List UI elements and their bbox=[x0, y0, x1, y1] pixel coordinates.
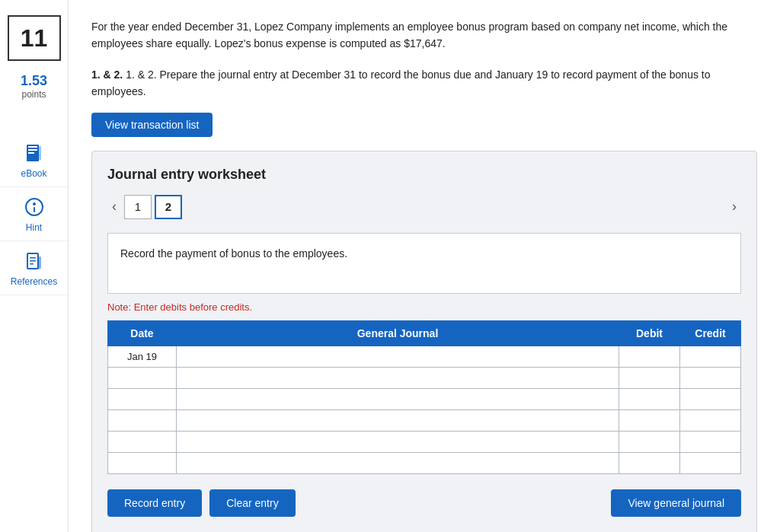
svg-rect-7 bbox=[34, 207, 35, 212]
svg-rect-9 bbox=[30, 257, 36, 259]
col-header-general: General Journal bbox=[177, 320, 619, 346]
date-cell-6 bbox=[108, 452, 177, 473]
debit-cell-3[interactable] bbox=[619, 388, 680, 409]
tab-1[interactable]: 1 bbox=[124, 195, 152, 219]
table-row bbox=[108, 452, 741, 473]
btn-group-left: Record entry Clear entry bbox=[107, 489, 296, 517]
debit-cell-1[interactable] bbox=[619, 346, 680, 367]
credit-input-1[interactable] bbox=[680, 346, 740, 367]
table-row bbox=[108, 388, 741, 409]
description-text: Record the payment of bonus to the emplo… bbox=[120, 247, 347, 260]
worksheet-title: Journal entry worksheet bbox=[107, 167, 741, 183]
sidebar: 11 1.53 points eBook bbox=[0, 0, 69, 532]
table-row: Jan 19 bbox=[108, 346, 741, 367]
col-header-credit: Credit bbox=[680, 320, 741, 346]
general-journal-input-3[interactable] bbox=[177, 389, 619, 409]
general-journal-input-4[interactable] bbox=[177, 410, 619, 431]
references-icon bbox=[22, 249, 46, 273]
svg-rect-10 bbox=[30, 260, 36, 262]
svg-rect-12 bbox=[38, 256, 41, 269]
table-row bbox=[108, 367, 741, 388]
ebook-icon bbox=[22, 141, 46, 165]
debit-input-5[interactable] bbox=[619, 432, 679, 452]
general-journal-input-6[interactable] bbox=[177, 453, 619, 473]
svg-rect-2 bbox=[28, 149, 37, 151]
tab-navigation: ‹ 1 2 › bbox=[107, 195, 741, 219]
instruction-text: 1. & 2. 1. & 2. Prepare the journal entr… bbox=[91, 66, 757, 100]
problem-text: For the year ended December 31, Lopez Co… bbox=[91, 18, 757, 53]
credit-cell-3[interactable] bbox=[680, 388, 741, 409]
clear-entry-button[interactable]: Clear entry bbox=[209, 489, 295, 517]
description-box: Record the payment of bonus to the emplo… bbox=[107, 233, 741, 294]
general-journal-cell-4[interactable] bbox=[177, 409, 619, 431]
date-cell-2 bbox=[108, 367, 177, 388]
credit-cell-6[interactable] bbox=[680, 452, 741, 473]
date-cell-1: Jan 19 bbox=[108, 346, 177, 367]
svg-rect-1 bbox=[28, 146, 37, 148]
debit-input-6[interactable] bbox=[619, 453, 679, 473]
sidebar-item-references[interactable]: References bbox=[0, 241, 68, 295]
debit-input-1[interactable] bbox=[619, 346, 679, 367]
credit-cell-5[interactable] bbox=[680, 431, 741, 452]
credit-cell-2[interactable] bbox=[680, 367, 741, 388]
tab-2[interactable]: 2 bbox=[155, 195, 182, 219]
tab-next-button[interactable]: › bbox=[727, 197, 741, 216]
svg-rect-4 bbox=[39, 146, 41, 160]
ebook-label: eBook bbox=[21, 168, 46, 179]
col-header-date: Date bbox=[108, 320, 177, 346]
general-journal-cell-1[interactable] bbox=[177, 346, 619, 367]
general-journal-input-2[interactable] bbox=[177, 368, 619, 388]
main-content: For the year ended December 31, Lopez Co… bbox=[69, 0, 780, 532]
svg-rect-3 bbox=[28, 152, 34, 154]
buttons-row: Record entry Clear entry View general jo… bbox=[107, 489, 741, 517]
credit-input-3[interactable] bbox=[680, 389, 740, 409]
general-journal-input-1[interactable] bbox=[177, 346, 619, 367]
svg-rect-11 bbox=[30, 263, 34, 265]
question-number: 11 bbox=[8, 15, 61, 61]
debit-cell-5[interactable] bbox=[619, 431, 680, 452]
debit-input-4[interactable] bbox=[619, 410, 679, 431]
credit-input-4[interactable] bbox=[680, 410, 740, 431]
date-cell-3 bbox=[108, 388, 177, 409]
hint-label: Hint bbox=[26, 222, 42, 233]
col-header-debit: Debit bbox=[619, 320, 680, 346]
debit-cell-4[interactable] bbox=[619, 409, 680, 431]
hint-icon bbox=[22, 195, 46, 219]
points-label: points bbox=[21, 89, 47, 100]
date-cell-4 bbox=[108, 409, 177, 431]
credit-input-5[interactable] bbox=[680, 432, 740, 452]
general-journal-cell-6[interactable] bbox=[177, 452, 619, 473]
general-journal-cell-2[interactable] bbox=[177, 367, 619, 388]
debit-cell-6[interactable] bbox=[619, 452, 680, 473]
debit-cell-2[interactable] bbox=[619, 367, 680, 388]
view-general-journal-button[interactable]: View general journal bbox=[611, 489, 741, 517]
points-value: 1.53 bbox=[21, 73, 47, 89]
worksheet-box: Journal entry worksheet ‹ 1 2 › Record t… bbox=[91, 151, 757, 532]
svg-point-6 bbox=[33, 202, 36, 205]
view-transaction-button[interactable]: View transaction list bbox=[91, 113, 213, 137]
table-row bbox=[108, 431, 741, 452]
credit-input-6[interactable] bbox=[680, 453, 740, 473]
journal-table: Date General Journal Debit Credit Jan 19 bbox=[107, 320, 741, 474]
table-row bbox=[108, 409, 741, 431]
note-text: Note: Enter debits before credits. bbox=[107, 301, 741, 313]
general-journal-cell-3[interactable] bbox=[177, 388, 619, 409]
credit-cell-4[interactable] bbox=[680, 409, 741, 431]
credit-input-2[interactable] bbox=[680, 368, 740, 388]
sidebar-item-ebook[interactable]: eBook bbox=[0, 133, 68, 187]
references-label: References bbox=[11, 276, 57, 287]
credit-cell-1[interactable] bbox=[680, 346, 741, 367]
date-cell-5 bbox=[108, 431, 177, 452]
debit-input-3[interactable] bbox=[619, 389, 679, 409]
sidebar-item-hint[interactable]: Hint bbox=[0, 187, 68, 241]
debit-input-2[interactable] bbox=[619, 368, 679, 388]
record-entry-button[interactable]: Record entry bbox=[107, 489, 202, 517]
general-journal-cell-5[interactable] bbox=[177, 431, 619, 452]
tab-prev-button[interactable]: ‹ bbox=[107, 197, 121, 216]
general-journal-input-5[interactable] bbox=[177, 432, 619, 452]
